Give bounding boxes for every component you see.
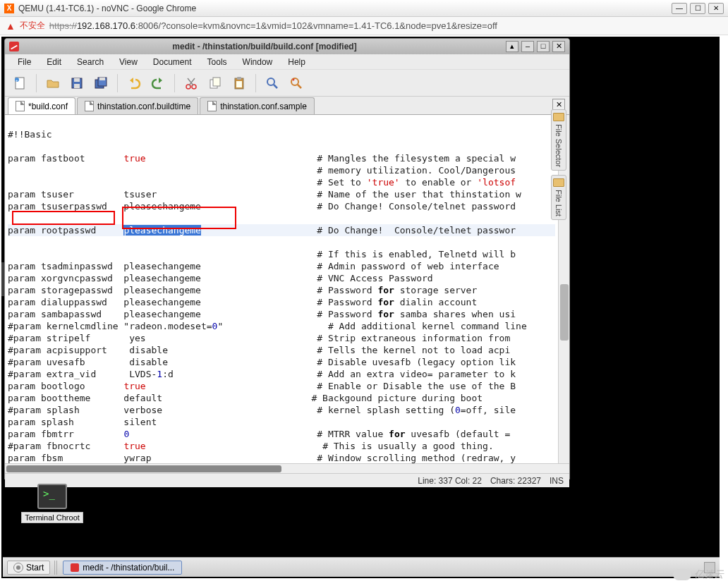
menu-search[interactable]: Search [70, 56, 111, 68]
medit-app-icon [9, 42, 19, 51]
file-icon [207, 101, 217, 111]
chrome-maximize-button[interactable]: ☐ [690, 3, 705, 14]
svg-rect-8 [99, 78, 105, 80]
medit-maximize-button[interactable]: □ [537, 41, 550, 52]
chrome-title: QEMU (1.41-TC6.1) - noVNC - Google Chrom… [18, 4, 672, 13]
terminal-icon [37, 484, 67, 509]
svg-point-16 [267, 78, 274, 85]
remote-desktop: ◂ medit - /thinstation/build/build.conf … [1, 37, 720, 578]
svg-point-10 [192, 85, 196, 89]
medit-close-button[interactable]: ✕ [552, 41, 565, 52]
svg-rect-5 [74, 84, 80, 88]
tab-sample[interactable]: thinstation.conf.sample [200, 97, 315, 114]
new-file-button[interactable]: + [9, 73, 30, 94]
svg-point-9 [186, 85, 190, 89]
folder-icon [553, 178, 564, 187]
tab-strip: *build.conf thinstation.conf.buildtime t… [5, 97, 569, 115]
medit-task-icon [71, 563, 79, 572]
menu-help[interactable]: Help [281, 56, 313, 68]
desktop-icon-label: Terminal Chroot [21, 512, 83, 523]
menu-tools[interactable]: Tools [200, 56, 234, 68]
file-list-tab[interactable]: File List [551, 175, 566, 220]
medit-titlebar: medit - /thinstation/build/build.conf [m… [5, 39, 569, 54]
side-panel: File Selector File List [551, 109, 568, 224]
hscroll-thumb[interactable] [6, 465, 281, 472]
menu-document[interactable]: Document [146, 56, 199, 68]
insecure-label: 不安全 [20, 20, 45, 32]
copy-button[interactable] [205, 73, 226, 94]
menu-file[interactable]: File [11, 56, 38, 68]
svg-rect-14 [237, 77, 241, 80]
undo-button[interactable] [123, 73, 145, 94]
status-chars: Chars: 22327 [490, 476, 541, 486]
cut-button[interactable] [181, 73, 202, 94]
chrome-close-button[interactable]: ✕ [708, 3, 724, 14]
medit-roll-button[interactable]: ▴ [506, 41, 518, 52]
menubar: File Edit Search View Document Tools Win… [5, 54, 569, 70]
statusbar: Line: 337 Col: 22 Chars: 22327 INS [5, 473, 569, 487]
file-icon [85, 101, 94, 111]
file-selector-tab[interactable]: File Selector [551, 109, 566, 171]
svg-rect-4 [74, 78, 80, 82]
tab-build-conf[interactable]: *build.conf [8, 97, 75, 114]
url-text: https://192.168.170.6:8006/?console=kvm&… [49, 20, 497, 31]
redo-button[interactable] [147, 73, 169, 94]
file-icon [16, 101, 25, 111]
vscroll-thumb[interactable] [560, 284, 569, 341]
highlight-box-param [12, 211, 115, 225]
medit-minimize-button[interactable]: – [521, 41, 534, 52]
open-file-button[interactable] [42, 73, 63, 94]
svg-rect-12 [213, 78, 220, 86]
warning-icon: ▲ [6, 20, 16, 32]
cloud-icon [673, 569, 691, 580]
taskbar: Start medit - /thinstation/buil... [3, 557, 720, 577]
watermark: 亿速云 [673, 568, 724, 581]
medit-window: medit - /thinstation/build/build.conf [m… [4, 38, 570, 479]
qemu-favicon: X [4, 4, 14, 13]
status-mode: INS [550, 476, 564, 486]
find-button[interactable] [262, 73, 283, 94]
svg-text:+: + [16, 78, 18, 82]
folder-icon [553, 113, 564, 121]
desktop-icon-terminal[interactable]: Terminal Chroot [18, 484, 86, 523]
find-replace-button[interactable] [286, 73, 307, 94]
save-all-button[interactable] [90, 73, 111, 94]
taskbar-medit-button[interactable]: medit - /thinstation/buil... [63, 561, 182, 575]
start-button[interactable]: Start [7, 561, 50, 575]
status-position: Line: 337 Col: 22 [418, 476, 482, 486]
chrome-titlebar: X QEMU (1.41-TC6.1) - noVNC - Google Chr… [0, 0, 728, 17]
horizontal-scrollbar[interactable] [5, 463, 569, 473]
medit-title-text: medit - /thinstation/build/build.conf [m… [23, 42, 506, 51]
svg-point-17 [291, 78, 298, 85]
menu-edit[interactable]: Edit [40, 56, 68, 68]
tab-buildtime[interactable]: thinstation.conf.buildtime [77, 97, 198, 114]
chrome-window: X QEMU (1.41-TC6.1) - noVNC - Google Chr… [0, 0, 728, 581]
svg-rect-15 [236, 81, 242, 87]
chrome-address-bar[interactable]: ▲ 不安全 https://192.168.170.6:8006/?consol… [0, 17, 728, 35]
menu-window[interactable]: Window [236, 56, 280, 68]
paste-button[interactable] [229, 73, 250, 94]
editor-area[interactable]: #!!Basic param fastboot true # Mangles t… [5, 115, 558, 463]
start-icon [13, 563, 23, 573]
menu-view[interactable]: View [112, 56, 145, 68]
toolbar: + [5, 70, 569, 97]
chrome-minimize-button[interactable]: — [672, 3, 687, 14]
taskbar-separator [54, 561, 59, 575]
save-file-button[interactable] [66, 73, 87, 94]
